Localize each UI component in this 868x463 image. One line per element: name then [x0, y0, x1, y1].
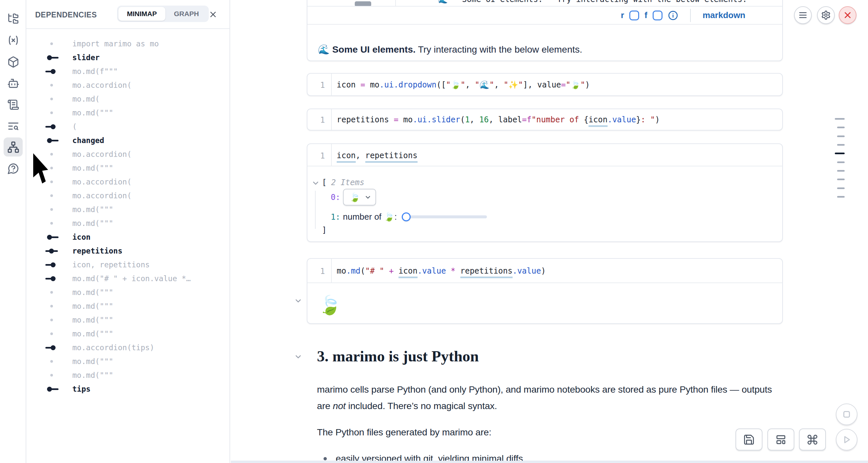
- reference-checkbox[interactable]: [629, 10, 639, 21]
- tab-graph[interactable]: GRAPH: [165, 7, 208, 21]
- minimap-item-label: mo.md(""": [72, 288, 114, 297]
- minimap-item[interactable]: icon, repetitions: [26, 258, 229, 272]
- code-cell-slider[interactable]: 1 repetitions = mo.ui.slider(1, 16, labe…: [307, 109, 783, 130]
- minimap-item-label: mo.md(""": [72, 164, 114, 172]
- cell-dot-icon: [45, 327, 59, 341]
- markdown-cell[interactable]: 🌊 **Some UI elements.** Try interacting …: [307, 0, 783, 61]
- scratchpad-search-icon[interactable]: [4, 116, 23, 135]
- code-line[interactable]: repetitions = mo.ui.slider(1, 16, label=…: [337, 115, 660, 124]
- scrollbar-bar-current[interactable]: [835, 153, 845, 154]
- markdown-editor[interactable]: 🌊 **Some UI elements.** Try interacting …: [307, 0, 782, 7]
- gutter-divider: [331, 144, 332, 166]
- minimap-item[interactable]: mo.md(""": [26, 299, 229, 313]
- close-icon: [209, 10, 218, 19]
- layout-icon: [775, 434, 787, 445]
- code-cell-dropdown[interactable]: 1 icon = mo.ui.dropdown(["🍃", "🌊", "✨"],…: [307, 73, 783, 96]
- info-icon[interactable]: [668, 10, 678, 21]
- command-palette-button[interactable]: [799, 429, 826, 451]
- cell-dot-icon: [45, 285, 59, 299]
- minimap-item[interactable]: mo.md(""": [26, 327, 229, 341]
- minimap-item-label: repetitions: [72, 247, 122, 255]
- minimap-item[interactable]: repetitions: [26, 244, 229, 258]
- minimap-item[interactable]: changed: [26, 133, 229, 147]
- minimap-item[interactable]: import marimo as mo: [26, 37, 229, 51]
- minimap-item[interactable]: mo.md(: [26, 92, 229, 106]
- minimap-item[interactable]: (: [26, 120, 229, 133]
- minimap-item-label: mo.md(""": [72, 357, 114, 366]
- minimap-list: import marimo as moslidermo.md(f"""mo.ac…: [26, 37, 229, 396]
- cell-output-divider: [307, 282, 782, 283]
- packages-icon[interactable]: [4, 52, 23, 71]
- menu-button[interactable]: [794, 6, 812, 24]
- dependencies-header: DEPENDENCIES MINIMAP GRAPH: [26, 0, 229, 29]
- code-line[interactable]: icon = mo.ui.dropdown(["🍃", "🌊", "✨"], v…: [337, 80, 590, 89]
- minimap-item[interactable]: mo.md(""": [26, 368, 229, 382]
- paragraph-text: included. There’s no magical syntax.: [346, 401, 497, 411]
- layout-button[interactable]: [767, 429, 794, 451]
- scrollbar-bar[interactable]: [837, 144, 845, 146]
- icon-dropdown-select[interactable]: 🍃: [343, 189, 376, 206]
- code-cell-tuple[interactable]: 1 icon, repetitions [ 2 Items 0: 🍃 1: nu…: [307, 143, 783, 242]
- line-number: 1: [316, 116, 329, 125]
- markdown-source-line[interactable]: 🌊 **Some UI elements.** Try interacting …: [438, 0, 747, 4]
- minimap-item[interactable]: mo.accordion(: [26, 175, 229, 189]
- scrollbar-bar[interactable]: [837, 196, 845, 197]
- scrollbar-bar[interactable]: [837, 161, 845, 163]
- variables-icon[interactable]: [4, 31, 23, 50]
- save-button[interactable]: [736, 429, 763, 451]
- stop-button[interactable]: [836, 403, 858, 425]
- settings-button[interactable]: [817, 6, 835, 24]
- collapse-section-icon[interactable]: [294, 352, 303, 361]
- gutter-divider: [331, 109, 332, 130]
- minimap-item-label: mo.accordion(tips): [72, 343, 154, 352]
- minimap-item[interactable]: mo.md(""": [26, 161, 229, 175]
- code-line[interactable]: mo.md("# " + icon.value * repetitions.va…: [337, 266, 546, 276]
- minimap-item[interactable]: mo.accordion(tips): [26, 341, 229, 354]
- code-cell-md-heading[interactable]: 1 mo.md("# " + icon.value * repetitions.…: [307, 258, 783, 324]
- cell-dot-icon: [45, 354, 59, 368]
- minimap-item-label: changed: [72, 136, 104, 145]
- cell-dot-icon: [45, 189, 59, 203]
- collapse-output-icon[interactable]: [294, 297, 303, 305]
- ai-assistant-icon[interactable]: [4, 74, 23, 93]
- scrollbar-bar[interactable]: [835, 118, 845, 120]
- tab-minimap[interactable]: MINIMAP: [118, 7, 165, 21]
- minimap-item[interactable]: mo.md(""": [26, 106, 229, 120]
- cell-dot-icon: [45, 161, 59, 175]
- logs-icon[interactable]: [4, 95, 23, 114]
- scrollbar-bar[interactable]: [837, 170, 845, 172]
- cell-dot-icon: [45, 368, 59, 382]
- scrollbar-bar[interactable]: [837, 135, 845, 137]
- minimap-item[interactable]: tips: [26, 382, 229, 396]
- minimap-item[interactable]: mo.md(""": [26, 313, 229, 327]
- drag-handle[interactable]: [355, 1, 371, 7]
- variable-link-icon: [45, 258, 59, 272]
- minimap-item[interactable]: mo.md(f""": [26, 64, 229, 78]
- minimap-item[interactable]: mo.md(""": [26, 203, 229, 216]
- slider-track[interactable]: [406, 215, 487, 218]
- minimap-item[interactable]: mo.md(""": [26, 354, 229, 368]
- slider-knob[interactable]: [402, 212, 411, 221]
- minimap-item[interactable]: mo.md(""": [26, 285, 229, 299]
- shutdown-button[interactable]: [839, 6, 857, 24]
- minimap-item[interactable]: mo.md("# " + icon.value *…: [26, 272, 229, 285]
- minimap-item[interactable]: mo.accordion(: [26, 78, 229, 92]
- help-icon[interactable]: [4, 159, 23, 178]
- dropdown-selected-value: 🍃: [349, 192, 360, 202]
- format-checkbox[interactable]: [653, 10, 662, 21]
- language-mode-badge[interactable]: markdown: [703, 10, 745, 21]
- minimap-item[interactable]: mo.md(""": [26, 216, 229, 230]
- collapse-array-icon[interactable]: [311, 179, 320, 187]
- minimap-item[interactable]: mo.accordion(: [26, 147, 229, 161]
- scrollbar-bar[interactable]: [837, 187, 845, 189]
- scrollbar-bar[interactable]: [837, 127, 845, 128]
- close-panel-button[interactable]: [207, 8, 219, 21]
- file-tree-icon[interactable]: [4, 9, 23, 28]
- dependencies-icon[interactable]: [4, 137, 23, 157]
- minimap-item[interactable]: icon: [26, 230, 229, 244]
- run-button[interactable]: [836, 429, 858, 451]
- code-line[interactable]: icon, repetitions: [337, 151, 417, 160]
- scrollbar-bar[interactable]: [837, 179, 845, 180]
- minimap-item[interactable]: slider: [26, 51, 229, 64]
- minimap-item[interactable]: mo.accordion(: [26, 189, 229, 203]
